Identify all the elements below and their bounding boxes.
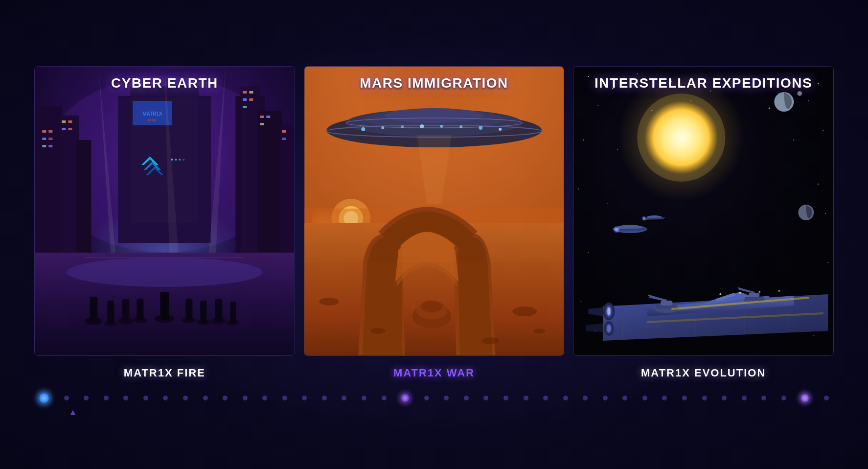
svg-point-121 <box>608 203 609 204</box>
svg-point-88 <box>479 126 482 130</box>
svg-point-116 <box>583 140 584 141</box>
timeline-dot-28[interactable] <box>603 396 608 400</box>
interstellar-expeditions-label: MATR1X EVOLUTION <box>573 367 834 379</box>
timeline-dot-0[interactable] <box>39 393 49 403</box>
timeline-dot-7[interactable] <box>183 396 188 400</box>
timeline-dot-4[interactable] <box>123 396 128 400</box>
svg-point-175 <box>759 291 761 293</box>
svg-rect-14 <box>68 120 72 123</box>
timeline-dot-5[interactable] <box>143 396 148 400</box>
timeline-dot-25[interactable] <box>543 396 548 400</box>
svg-rect-63 <box>200 301 206 323</box>
svg-rect-9 <box>42 138 46 140</box>
svg-point-85 <box>420 124 424 128</box>
timeline-dot-33[interactable] <box>702 396 707 400</box>
labels-row: MATR1X FIRE MATR1X WAR MATR1X EVOLUTION <box>34 367 834 379</box>
svg-rect-28 <box>260 123 264 125</box>
timeline-dot-30[interactable] <box>642 396 647 400</box>
cyber-scene: MATR1X FIRE <box>35 67 295 355</box>
timeline-dot-35[interactable] <box>742 396 747 400</box>
timeline-container: ▲ <box>34 393 834 403</box>
timeline-dot-15[interactable] <box>342 396 346 400</box>
svg-point-125 <box>828 262 829 263</box>
timeline-dot-13[interactable] <box>302 396 307 400</box>
timeline-dot-38[interactable] <box>801 394 809 402</box>
svg-rect-29 <box>282 130 286 133</box>
timeline-dot-2[interactable] <box>84 396 89 400</box>
timeline-dot-39[interactable] <box>824 396 829 400</box>
svg-point-114 <box>769 108 770 109</box>
timeline-dot-22[interactable] <box>483 396 488 400</box>
svg-point-89 <box>499 128 502 131</box>
timeline-dot-36[interactable] <box>761 396 766 400</box>
main-container: CYBER EARTH <box>0 66 868 403</box>
svg-point-117 <box>617 149 618 150</box>
svg-point-87 <box>459 125 462 128</box>
timeline-arrow: ▲ <box>69 407 77 418</box>
cyber-earth-card[interactable]: CYBER EARTH <box>34 66 295 356</box>
svg-point-119 <box>823 130 824 131</box>
timeline-dot-24[interactable] <box>524 396 528 400</box>
svg-rect-16 <box>68 128 72 130</box>
svg-rect-8 <box>48 130 52 133</box>
timeline-dot-37[interactable] <box>781 396 786 400</box>
svg-rect-7 <box>42 130 46 133</box>
svg-rect-11 <box>42 145 46 147</box>
svg-rect-151 <box>661 301 673 305</box>
timeline-dot-9[interactable] <box>223 396 228 400</box>
svg-rect-13 <box>62 120 66 123</box>
timeline-dot-10[interactable] <box>243 396 248 400</box>
timeline-dot-34[interactable] <box>722 396 727 400</box>
timeline-dot-16[interactable] <box>362 396 366 400</box>
timeline-dot-27[interactable] <box>583 396 588 400</box>
svg-rect-15 <box>62 128 66 130</box>
timeline-dot-29[interactable] <box>622 396 627 400</box>
svg-point-176 <box>778 290 780 292</box>
svg-rect-101 <box>304 262 564 355</box>
svg-point-170 <box>607 325 611 332</box>
svg-rect-30 <box>282 138 286 140</box>
timeline-dot-31[interactable] <box>662 396 667 400</box>
timeline-dot-21[interactable] <box>464 396 469 400</box>
timeline-dot-6[interactable] <box>163 396 168 400</box>
mars-scene <box>304 67 564 355</box>
svg-point-120 <box>578 188 579 189</box>
svg-rect-26 <box>260 116 264 118</box>
svg-point-148 <box>642 216 647 221</box>
svg-point-41 <box>175 159 177 161</box>
timeline-dot-18[interactable] <box>401 394 409 402</box>
svg-rect-53 <box>107 301 114 324</box>
timeline-dot-26[interactable] <box>563 396 568 400</box>
timeline-dot-3[interactable] <box>104 396 109 400</box>
svg-point-174 <box>739 292 741 294</box>
svg-rect-23 <box>243 98 247 101</box>
interstellar-expeditions-title: INTERSTELLAR EXPEDITIONS <box>573 67 833 98</box>
timeline-dot-17[interactable] <box>382 396 387 400</box>
mars-immigration-title: MARS IMMIGRATION <box>304 67 564 98</box>
svg-rect-24 <box>249 98 253 101</box>
svg-point-123 <box>825 213 826 214</box>
timeline-dot-11[interactable] <box>262 396 267 400</box>
timeline-dot-32[interactable] <box>682 396 687 400</box>
svg-rect-12 <box>48 145 52 147</box>
timeline-dot-14[interactable] <box>322 396 327 400</box>
cyber-earth-label: MATR1X FIRE <box>34 367 295 379</box>
timeline-dot-8[interactable] <box>203 396 208 400</box>
svg-point-143 <box>614 226 620 233</box>
svg-point-118 <box>794 140 795 141</box>
svg-point-167 <box>608 308 611 315</box>
timeline-dot-12[interactable] <box>282 396 287 400</box>
svg-point-82 <box>361 127 365 131</box>
interstellar-expeditions-card[interactable]: INTERSTELLAR EXPEDITIONS <box>573 66 834 356</box>
timeline-dot-23[interactable] <box>503 396 508 400</box>
svg-rect-65 <box>215 299 222 322</box>
svg-point-79 <box>385 108 483 123</box>
svg-rect-59 <box>160 292 169 320</box>
timeline-dot-19[interactable] <box>424 396 429 400</box>
svg-text:MATR1X: MATR1X <box>142 111 162 117</box>
svg-point-129 <box>813 335 814 336</box>
mars-immigration-card[interactable]: MARS IMMIGRATION <box>304 66 565 356</box>
timeline-dot-1[interactable] <box>64 396 69 400</box>
svg-rect-25 <box>243 106 247 108</box>
timeline-dot-20[interactable] <box>444 396 449 400</box>
